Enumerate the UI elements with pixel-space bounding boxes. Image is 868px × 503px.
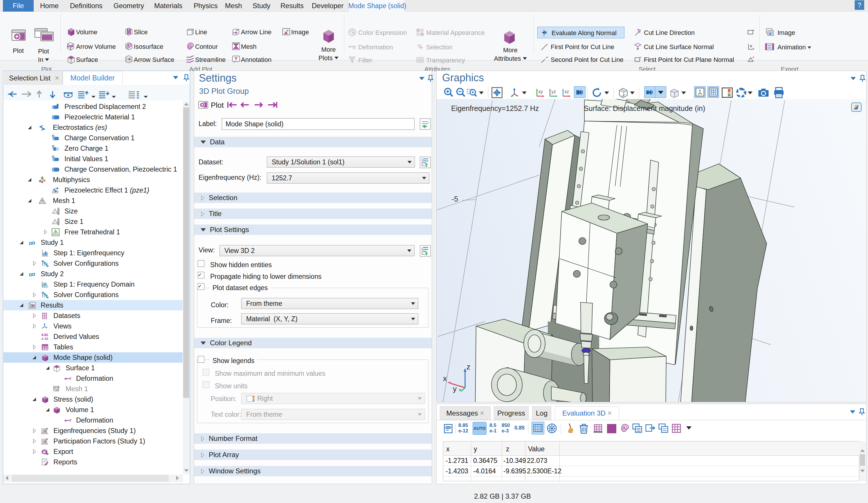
svg-text:xy: xy bbox=[538, 89, 543, 94]
svg-text:z: z bbox=[466, 362, 470, 371]
svg-text:y: y bbox=[453, 384, 457, 393]
svg-text:xz: xz bbox=[564, 89, 569, 94]
svg-text:8.85: 8.85 bbox=[42, 333, 48, 337]
svg-text:8: 8 bbox=[44, 441, 45, 443]
svg-text:x: x bbox=[443, 374, 447, 383]
svg-text:8: 8 bbox=[44, 430, 45, 433]
svg-text:yz: yz bbox=[551, 89, 556, 94]
svg-text:e-12: e-12 bbox=[42, 337, 48, 340]
